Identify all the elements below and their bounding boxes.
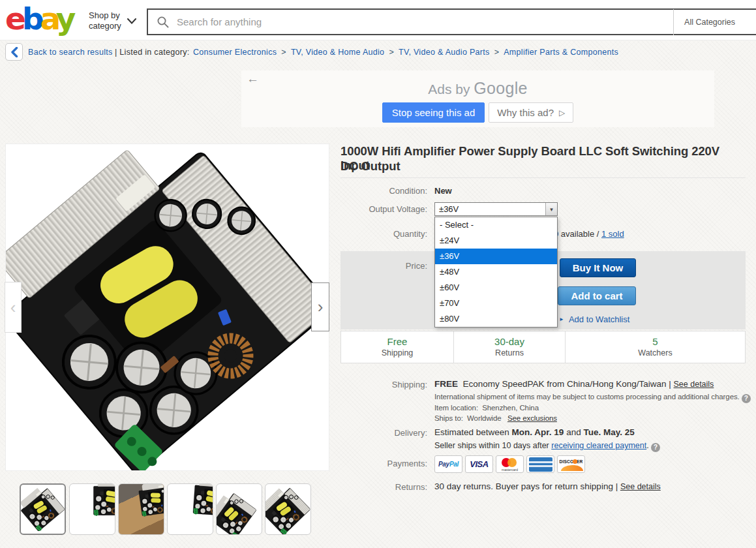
voltage-option-24v[interactable]: ±24V [435, 233, 557, 249]
google-ad-panel: ← Ads by Google Stop seeing this ad Why … [241, 70, 714, 127]
cleared-payment-link[interactable]: receiving cleared payment [551, 441, 646, 450]
voltage-option-80v[interactable]: ±80V [435, 311, 557, 327]
gallery-next-button[interactable]: › [311, 282, 329, 331]
see-exclusions-link[interactable]: See exclusions [507, 414, 557, 422]
shop-by-category-menu[interactable]: Shop by category [89, 10, 136, 32]
search-input[interactable] [170, 16, 673, 27]
visa-text: VISA [470, 459, 488, 469]
shop-by-label-line2: category [89, 21, 121, 31]
breadcrumb-link-tv-video-home-audio[interactable]: TV, Video & Home Audio [291, 48, 385, 57]
amex-icon [526, 455, 554, 473]
quantity-label: Quantity: [340, 229, 427, 239]
thumbnail-1[interactable] [20, 483, 66, 535]
payments-label: Payments: [340, 459, 427, 468]
and-text: and [566, 427, 581, 437]
category-selector[interactable]: All Categories [674, 18, 746, 27]
help-icon[interactable]: ? [742, 394, 751, 403]
shipping-method: Economy SpeedPAK from China/Hong Kong/Ta… [463, 379, 667, 389]
shipping-see-details-link[interactable]: See details [674, 380, 714, 389]
mastercard-icon: mastercard [496, 455, 524, 473]
thumbnail-4[interactable] [167, 483, 213, 535]
benefit-label: Shipping [382, 348, 414, 359]
mastercard-text: mastercard [500, 468, 520, 472]
availability-text: 0 available / 1 sold [554, 229, 624, 239]
benefit-label: Watchers [638, 348, 672, 359]
voltage-selected-value: ±36V [435, 203, 545, 215]
add-to-cart-button[interactable]: Add to cart [558, 286, 636, 305]
paypal-icon: PayPal [434, 455, 462, 473]
discover-text: DISCOVER [558, 459, 584, 464]
benefit-free-shipping: Free Shipping [341, 331, 453, 363]
voltage-option-select[interactable]: - Select - [435, 217, 557, 233]
customs-note: International shipment of items may be s… [434, 393, 751, 403]
breadcrumb-link-consumer-electronics[interactable]: Consumer Electronics [193, 48, 277, 57]
buy-it-now-button[interactable]: Buy It Now [560, 258, 636, 277]
benefit-returns: 30-day Returns [453, 331, 565, 363]
delivery-date-end: Tue. May. 25 [583, 427, 634, 437]
breadcrumb: Consumer Electronics > TV, Video & Home … [193, 48, 618, 57]
back-to-results-link[interactable]: Back to search results [28, 48, 113, 57]
returns-see-details-link[interactable]: See details [620, 482, 661, 491]
voltage-option-70v[interactable]: ±70V [435, 296, 557, 311]
google-wordmark: Google [474, 79, 527, 97]
discover-icon: DISCOVER [557, 455, 585, 473]
delivery-estimate: Estimated between Mon. Apr. 19 and Tue. … [434, 427, 635, 437]
voltage-option-36v[interactable]: ±36V [435, 249, 557, 264]
adchoices-icon: ▷ [559, 108, 565, 117]
breadcrumb-separator: > [389, 48, 394, 57]
why-this-ad-button[interactable]: Why this ad? ▷ [489, 102, 573, 123]
returns-policy: 30 day returns. Buyer pays for return sh… [434, 481, 661, 491]
chevron-down-icon [127, 18, 136, 24]
thumbnail-3[interactable] [118, 483, 164, 535]
voltage-select[interactable]: ±36V ▾ [434, 202, 558, 216]
stop-seeing-ad-button[interactable]: Stop seeing this ad [382, 102, 485, 123]
voltage-option-48v[interactable]: ±48V [435, 264, 557, 280]
chevron-right-icon: › [318, 297, 324, 317]
help-icon[interactable]: ? [651, 443, 660, 452]
estimated-between-text: Estimated between [434, 427, 509, 437]
header: ebay Shop by category All Categories [0, 0, 756, 40]
seller-ships-text: Seller ships within 10 days after [434, 441, 549, 450]
paypal-text-2: Pal [449, 461, 459, 468]
add-to-watchlist[interactable]: ► Add to Watchlist [559, 314, 629, 324]
voltage-option-60v[interactable]: ±60V [435, 280, 557, 296]
ebay-logo[interactable]: ebay [5, 1, 72, 37]
ships-to-value: Worldwide [467, 414, 502, 422]
output-voltage-label: Output Voltage: [340, 204, 427, 214]
thumbnail-2[interactable] [69, 483, 115, 535]
logo-letter: b [22, 1, 40, 37]
thumbnail-6[interactable] [265, 483, 311, 535]
benefit-label: Returns [495, 348, 524, 359]
product-main-image[interactable] [6, 144, 329, 470]
thumbnail-5[interactable] [216, 483, 262, 535]
gallery-prev-button[interactable]: ‹ [5, 282, 22, 333]
sold-count-link[interactable]: 1 sold [601, 229, 624, 239]
back-button[interactable] [5, 43, 23, 61]
benefits-bar: Free Shipping 30-day Returns 5 Watchers [340, 331, 746, 363]
visa-icon: VISA [465, 455, 493, 473]
paypal-text-1: Pay [438, 461, 449, 468]
ebay-listing-page: ebay Shop by category All Categories Bac… [0, 0, 756, 548]
add-to-watchlist-link[interactable]: Add to Watchlist [569, 314, 629, 324]
breadcrumb-link-tv-video-audio-parts[interactable]: TV, Video & Audio Parts [399, 48, 490, 57]
breadcrumb-separator: > [281, 48, 286, 57]
logo-letter: a [40, 1, 56, 37]
benefit-watchers: 5 Watchers [565, 331, 745, 363]
available-count: 0 available / [554, 229, 599, 239]
select-dropdown-button[interactable]: ▾ [545, 203, 557, 215]
breadcrumb-link-amplifier-parts[interactable]: Amplifier Parts & Components [504, 48, 618, 57]
logo-letter: e [5, 1, 22, 37]
returns-label: Returns: [340, 482, 427, 492]
ships-to-label: Ships to: [434, 414, 463, 422]
shipping-label: Shipping: [340, 380, 427, 389]
breadcrumb-separator: > [494, 48, 500, 57]
ad-back-arrow-icon[interactable]: ← [247, 72, 259, 86]
delivery-date-start: Mon. Apr. 19 [512, 427, 564, 437]
item-location-value: Shenzhen, China [482, 404, 539, 412]
chevron-down-icon: ▾ [550, 206, 553, 213]
chevron-left-icon: ‹ [10, 297, 16, 318]
delivery-label: Delivery: [340, 428, 427, 438]
ads-by-text: Ads by [428, 82, 470, 97]
watchlist-arrow-icon: ► [559, 316, 564, 322]
period: . [646, 441, 648, 450]
